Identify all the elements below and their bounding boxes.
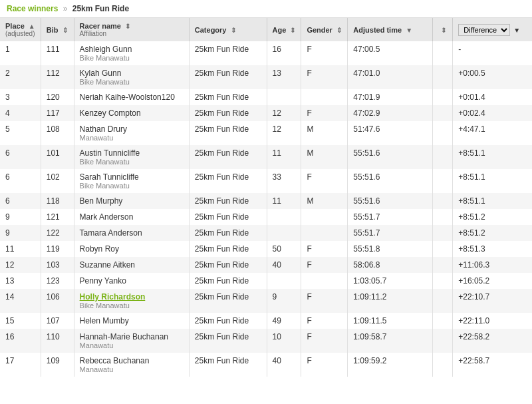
cell-bib: 119 xyxy=(41,241,74,257)
cell-name: Kenzey Compton xyxy=(74,105,189,121)
racer-name: Mark Anderson xyxy=(80,212,134,222)
racer-name: Neriah Kaihe-Woolston120 xyxy=(80,93,175,102)
cell-bib: 123 xyxy=(41,273,74,289)
col-time-header[interactable]: Adjusted time xyxy=(348,18,433,41)
racer-name: Hannah-Marie Buchanan xyxy=(80,332,168,341)
cell-gender: F xyxy=(301,353,348,377)
cell-place: 13 xyxy=(0,273,41,289)
breadcrumb-link[interactable]: Race winners xyxy=(7,4,58,13)
cell-name: Neriah Kaihe-Woolston120 xyxy=(74,89,189,105)
cell-extra xyxy=(433,121,453,145)
cell-category: 25km Fun Ride xyxy=(189,257,267,273)
racer-name: Tamara Anderson xyxy=(80,228,142,238)
cell-diff: +11:06.3 xyxy=(453,257,532,273)
racer-name: Penny Yanko xyxy=(80,276,126,286)
cell-age: 13 xyxy=(267,65,301,89)
cell-time: 47:00.5 xyxy=(348,41,433,65)
cell-category: 25km Fun Ride xyxy=(189,65,267,89)
col-name-header[interactable]: Racer name Affiliation xyxy=(74,18,189,41)
cell-time: 47:02.9 xyxy=(348,105,433,121)
cell-place: 12 xyxy=(0,257,41,273)
cell-category: 25km Fun Ride xyxy=(189,225,267,241)
cell-name: Kylah GunnBike Manawatu xyxy=(74,65,189,89)
cell-place: 6 xyxy=(0,145,41,169)
col-gender-header[interactable]: Gender xyxy=(301,18,348,41)
cell-age: 10 xyxy=(267,329,301,353)
table-row: 14 106 Holly RichardsonBike Manawatu 25k… xyxy=(0,289,532,313)
cell-category: 25km Fun Ride xyxy=(189,329,267,353)
cell-diff: +8:51.1 xyxy=(453,145,532,169)
cell-place: 6 xyxy=(0,169,41,193)
cell-gender: F xyxy=(301,41,348,65)
cell-bib: 118 xyxy=(41,193,74,209)
cell-extra xyxy=(433,289,453,313)
cell-category: 25km Fun Ride xyxy=(189,89,267,105)
cell-diff: +8:51.2 xyxy=(453,209,532,225)
col-category-header[interactable]: Category xyxy=(189,18,267,41)
table-body: 1 111 Ashleigh GunnBike Manawatu 25km Fu… xyxy=(0,41,532,377)
cell-extra xyxy=(433,89,453,105)
cell-bib: 121 xyxy=(41,209,74,225)
cell-name: Tamara Anderson xyxy=(74,225,189,241)
cell-place: 5 xyxy=(0,121,41,145)
racer-name[interactable]: Holly Richardson xyxy=(80,292,146,302)
cell-category: 25km Fun Ride xyxy=(189,169,267,193)
cell-bib: 111 xyxy=(41,41,74,65)
table-row: 11 119 Robyn Roy 25km Fun Ride 50 F 55:5… xyxy=(0,241,532,257)
cell-bib: 120 xyxy=(41,89,74,105)
table-row: 5 108 Nathan DruryManawatu 25km Fun Ride… xyxy=(0,121,532,145)
breadcrumb: Race winners » 25km Fun Ride xyxy=(0,0,532,18)
cell-gender: M xyxy=(301,121,348,145)
cell-bib: 112 xyxy=(41,65,74,89)
cell-category: 25km Fun Ride xyxy=(189,209,267,225)
col-diff-header[interactable]: Difference ▼ xyxy=(453,18,532,41)
cell-age xyxy=(267,209,301,225)
col-bib-header[interactable]: Bib xyxy=(41,18,74,41)
cell-gender: M xyxy=(301,193,348,209)
cell-diff: +16:05.2 xyxy=(453,273,532,289)
cell-extra xyxy=(433,225,453,241)
racer-name: Ben Murphy xyxy=(80,196,123,206)
cell-time: 51:47.6 xyxy=(348,121,433,145)
cell-diff: +8:51.3 xyxy=(453,241,532,257)
cell-age: 16 xyxy=(267,41,301,65)
table-header: Place (adjusted) Bib Racer name Affiliat… xyxy=(0,18,532,41)
table-row: 9 121 Mark Anderson 25km Fun Ride 55:51.… xyxy=(0,209,532,225)
cell-time: 1:09:58.7 xyxy=(348,329,433,353)
cell-extra xyxy=(433,241,453,257)
cell-age xyxy=(267,273,301,289)
col-place-header[interactable]: Place (adjusted) xyxy=(0,18,41,41)
cell-name: Ben Murphy xyxy=(74,193,189,209)
cell-gender xyxy=(301,209,348,225)
cell-extra xyxy=(433,65,453,89)
cell-diff: +22:10.7 xyxy=(453,289,532,313)
cell-diff: +4:47.1 xyxy=(453,121,532,145)
cell-place: 6 xyxy=(0,193,41,209)
cell-gender: F xyxy=(301,241,348,257)
cell-gender: F xyxy=(301,289,348,313)
cell-bib: 103 xyxy=(41,257,74,273)
cell-diff: +22:11.0 xyxy=(453,313,532,329)
cell-diff: - xyxy=(453,41,532,65)
col-extra-header[interactable] xyxy=(433,18,453,41)
cell-age: 40 xyxy=(267,353,301,377)
racer-name: Ashleigh Gunn xyxy=(80,45,132,54)
cell-age: 50 xyxy=(267,241,301,257)
cell-gender xyxy=(301,89,348,105)
cell-age xyxy=(267,225,301,241)
racer-affiliation: Manawatu xyxy=(80,365,184,373)
cell-bib: 122 xyxy=(41,225,74,241)
cell-extra xyxy=(433,145,453,169)
col-age-header[interactable]: Age xyxy=(267,18,301,41)
cell-diff: +8:51.2 xyxy=(453,225,532,241)
racer-affiliation: Bike Manawatu xyxy=(80,78,184,86)
racer-affiliation: Bike Manawatu xyxy=(80,54,184,62)
cell-place: 14 xyxy=(0,289,41,313)
cell-diff: +0:02.4 xyxy=(453,105,532,121)
cell-time: 1:09:11.2 xyxy=(348,289,433,313)
diff-select[interactable]: Difference xyxy=(458,24,510,36)
racer-name: Helen Mumby xyxy=(80,316,129,325)
cell-gender xyxy=(301,273,348,289)
cell-age xyxy=(267,89,301,105)
cell-gender: F xyxy=(301,329,348,353)
